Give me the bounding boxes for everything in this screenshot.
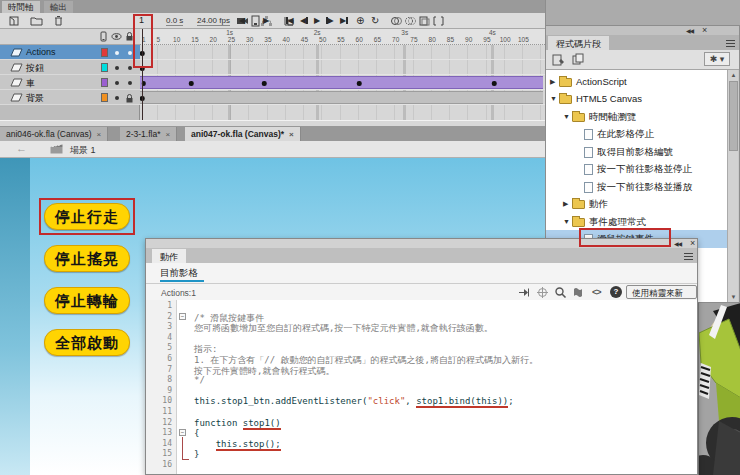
layer-name[interactable]: 背景	[26, 92, 44, 105]
elapsed-time-indicator[interactable]: 0.0 s	[166, 16, 183, 26]
delete-layer-icon[interactable]	[52, 15, 65, 27]
frame-rate-indicator[interactable]: 24.00 fps	[197, 16, 230, 25]
tree-item-stop-at-frame[interactable]: 在此影格停止	[546, 125, 728, 143]
tab-output[interactable]: 輸出	[44, 1, 73, 13]
code-line[interactable]: 1	[146, 301, 697, 312]
code-fold-icon[interactable]: −	[179, 313, 186, 320]
code-line[interactable]: 8*/	[146, 375, 697, 386]
chevron-down-icon[interactable]: ▼	[550, 95, 557, 102]
edit-frames-range-icon[interactable]	[418, 15, 431, 27]
layer-name[interactable]: Actions	[26, 47, 56, 57]
chevron-down-icon[interactable]: ▼	[563, 218, 570, 225]
layer-row-background[interactable]: 背景	[0, 90, 140, 105]
layer-lock-icon[interactable]	[124, 93, 135, 104]
code-line[interactable]: 11	[146, 407, 697, 418]
code-line[interactable]: 3您可將函數增加至您自訂的程式碼,按一下特定元件實體,就會執行該函數。	[146, 322, 697, 333]
actions-panel-tab[interactable]: 動作	[152, 249, 186, 263]
search-icon[interactable]	[554, 286, 567, 299]
stage-button-stop-sway[interactable]: 停止搖晃	[44, 245, 130, 272]
scroll-down-icon[interactable]: ▼	[729, 294, 738, 300]
onion-skin-icon[interactable]	[390, 15, 403, 27]
code-line[interactable]: 16	[146, 460, 697, 471]
stage-button-stop-wheel[interactable]: 停止轉輪	[44, 287, 130, 314]
layer-name[interactable]: 按鈕	[26, 62, 44, 75]
add-with-wizard-button[interactable]: 使用精靈來新增	[626, 285, 697, 299]
go-first-frame-button[interactable]: ◀	[286, 15, 294, 26]
format-code-icon[interactable]: <>	[592, 287, 601, 297]
layer-color-swatch[interactable]	[101, 93, 108, 102]
step-forward-button[interactable]: ▶	[263, 15, 269, 26]
close-icon[interactable]: ×	[166, 130, 171, 139]
tree-item-click-goto-play[interactable]: 按一下前往影格並播放	[546, 178, 728, 196]
back-arrow-icon[interactable]: ←	[16, 142, 27, 154]
script-editor[interactable]: 1 2/* 滑鼠按鍵事件 3您可將函數增加至您自訂的程式碼,按一下特定元件實體,…	[146, 300, 697, 474]
scroll-up-icon[interactable]: ▲	[729, 72, 738, 78]
tree-folder-actionscript[interactable]: ▶ActionScript	[546, 73, 728, 91]
timeline-ruler[interactable]: 1s2s3s4s 1510152025303540455055606570758…	[140, 29, 545, 45]
timeline-frames-area[interactable]: 1s2s3s4s 1510152025303540455055606570758…	[140, 29, 545, 120]
frame-brackets-icon[interactable]	[432, 15, 445, 27]
tab-timeline[interactable]: 時間軸	[2, 1, 40, 13]
layer-name[interactable]: 車	[26, 77, 35, 90]
center-frame-icon[interactable]: ⊕	[356, 15, 364, 26]
code-snippets-icon[interactable]	[572, 286, 585, 299]
layer-row-actions[interactable]: Actions	[0, 45, 140, 60]
frames-row-actions[interactable]	[140, 45, 545, 60]
scene-breadcrumb[interactable]: 場景 1	[70, 144, 96, 157]
code-line[interactable]: 2/* 滑鼠按鍵事件	[146, 312, 697, 323]
loop-playback-icon[interactable]: ↻	[371, 15, 379, 26]
collapse-panel-icon[interactable]: ◀◀	[674, 240, 681, 247]
frame-preview-icon[interactable]	[249, 15, 262, 27]
chevron-right-icon[interactable]: ▶	[550, 78, 555, 86]
code-line[interactable]: 13{	[146, 428, 697, 439]
code-line[interactable]: 9	[146, 386, 697, 397]
tree-folder-actions[interactable]: ▶動作	[546, 195, 728, 213]
code-line-this-stop[interactable]: 14 this.stop();	[146, 439, 697, 450]
visibility-dot[interactable]	[115, 66, 119, 70]
chevron-down-icon[interactable]: ▼	[563, 113, 570, 120]
snippets-scrollbar[interactable]: ▲ ▼	[727, 70, 738, 302]
code-fold-icon[interactable]: −	[179, 429, 186, 436]
visibility-dot[interactable]	[115, 96, 119, 100]
layer-row-button[interactable]: 按鈕	[0, 60, 140, 75]
lock-dot[interactable]	[128, 81, 132, 85]
code-line[interactable]: 5指示:	[146, 343, 697, 354]
close-panel-icon[interactable]: ×	[690, 240, 695, 247]
motion-tween-band[interactable]	[140, 76, 543, 89]
frames-row-car-layer[interactable]	[140, 75, 545, 90]
code-line[interactable]: 7按下元件實體時,就會執行程式碼。	[146, 365, 697, 376]
go-last-frame-button[interactable]: ▶	[340, 15, 348, 26]
doc-tab-2-3-1[interactable]: 2-3-1.fla*×	[120, 127, 177, 141]
eye-column-icon[interactable]	[111, 31, 122, 42]
panel-menu-icon[interactable]	[684, 253, 693, 260]
code-line-function-stop1[interactable]: 12function stop1()	[146, 418, 697, 429]
close-icon[interactable]: ×	[289, 130, 294, 139]
layer-color-swatch[interactable]	[101, 78, 108, 87]
gear-menu-button[interactable]: ✱ ▾	[704, 52, 730, 66]
step-back-button[interactable]: ◀	[239, 15, 245, 26]
layer-color-swatch[interactable]	[101, 48, 108, 57]
stage-button-start-all[interactable]: 全部啟動	[44, 329, 130, 356]
lock-dot[interactable]	[128, 51, 132, 55]
code-line[interactable]: 15}	[146, 449, 697, 460]
doc-tab-ani047-active[interactable]: ani047-ok.fla (Canvas)*×	[185, 127, 301, 141]
new-folder-icon[interactable]	[30, 15, 43, 27]
onion-skin-outline-icon[interactable]	[404, 15, 417, 27]
chevron-right-icon[interactable]: ▶	[563, 200, 568, 208]
visibility-dot[interactable]	[115, 51, 119, 55]
current-frame-subtab[interactable]: 目前影格	[160, 267, 198, 280]
insert-target-path-icon[interactable]	[536, 286, 549, 299]
collapse-panel-icon[interactable]: ◀◀	[686, 27, 693, 34]
tree-item-click-goto-stop[interactable]: 按一下前往影格並停止	[546, 160, 728, 178]
visibility-dot[interactable]	[115, 81, 119, 85]
layer-color-swatch[interactable]	[101, 63, 108, 72]
play-button[interactable]: ▶	[314, 15, 320, 26]
code-lines[interactable]: 1 2/* 滑鼠按鍵事件 3您可將函數增加至您自訂的程式碼,按一下特定元件實體,…	[146, 301, 697, 471]
code-line[interactable]: 4	[146, 333, 697, 344]
next-frame-button[interactable]: ▶	[326, 15, 334, 26]
frames-row-button-layer[interactable]	[140, 60, 545, 75]
add-snippet-icon[interactable]	[552, 53, 565, 66]
lock-dot[interactable]	[128, 66, 132, 70]
camera-column-icon[interactable]	[98, 31, 109, 42]
scrollbar-thumb[interactable]	[729, 81, 738, 151]
